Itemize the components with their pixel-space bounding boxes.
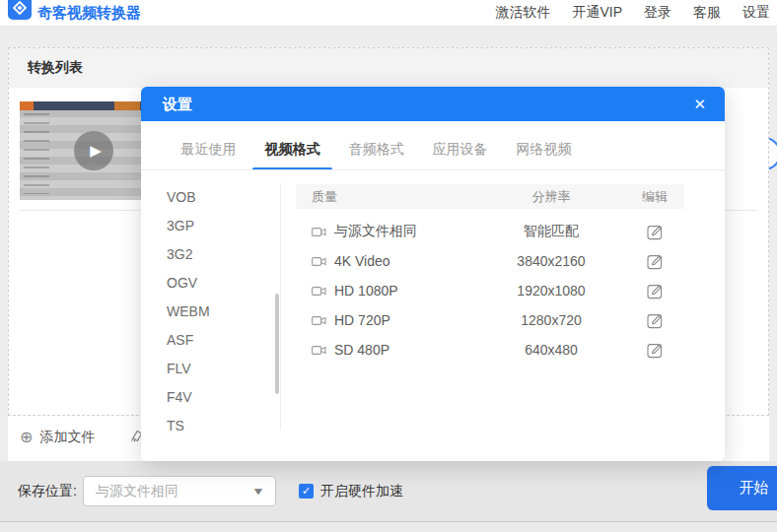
resolution-value: 智能匹配 xyxy=(477,223,625,240)
col-edit: 编辑 xyxy=(625,188,684,206)
menu-item-activate[interactable]: 激活软件 xyxy=(495,4,550,22)
table-row[interactable]: 4K Video 3840x2160 xyxy=(296,246,684,276)
format-list: VOB 3GP 3G2 OGV WEBM ASF FLV F4V TS xyxy=(141,183,279,440)
format-item-ogv[interactable]: OGV xyxy=(141,269,279,298)
save-location-label: 保存位置: xyxy=(18,461,77,521)
tab-video-format[interactable]: 视频格式 xyxy=(250,134,334,170)
quality-label: 4K Video xyxy=(334,253,390,269)
quality-label: SD 480P xyxy=(334,342,389,358)
tabs-divider xyxy=(141,169,725,170)
format-item-3g2[interactable]: 3G2 xyxy=(141,240,279,269)
tab-audio-format[interactable]: 音频格式 xyxy=(334,134,418,170)
quality-table: 质量 分辨率 编辑 与源文件相同 智能匹配 xyxy=(296,184,684,365)
menu-item-settings[interactable]: 设置 xyxy=(742,4,770,22)
save-location-select[interactable]: 与源文件相同 ▼ xyxy=(83,476,276,506)
table-row[interactable]: HD 1080P 1920x1080 xyxy=(296,276,684,305)
save-location-value: 与源文件相同 xyxy=(96,483,253,500)
resolution-value: 1280x720 xyxy=(477,312,625,328)
vertical-divider xyxy=(280,183,281,430)
format-item-webm[interactable]: WEBM xyxy=(141,298,279,326)
tab-recently-used[interactable]: 最近使用 xyxy=(167,134,250,170)
menu-item-support[interactable]: 客服 xyxy=(693,4,721,22)
quality-label: HD 720P xyxy=(334,312,390,328)
table-row[interactable]: HD 720P 1280x720 xyxy=(296,305,684,335)
hardware-accel-label: 开启硬件加速 xyxy=(320,461,403,521)
menu-item-login[interactable]: 登录 xyxy=(644,4,671,22)
close-icon[interactable]: ✕ xyxy=(693,87,706,121)
edit-icon[interactable] xyxy=(647,253,664,270)
add-file-button[interactable]: ⊕ 添加文件 xyxy=(20,429,95,446)
format-list-scrollbar[interactable] xyxy=(275,294,279,394)
chevron-down-icon: ▼ xyxy=(251,486,265,497)
format-item-ts[interactable]: TS xyxy=(141,412,279,440)
app-title: 奇客视频转换器 xyxy=(37,0,141,26)
format-item-3gp[interactable]: 3GP xyxy=(141,212,279,240)
edit-icon[interactable] xyxy=(647,224,664,240)
bottom-bar: 保存位置: 与源文件相同 ▼ ✓ 开启硬件加速 开始 xyxy=(0,461,777,521)
play-icon[interactable]: ▶ xyxy=(74,131,113,170)
checkmark-icon: ✓ xyxy=(302,486,311,497)
panel-header: 转换列表 xyxy=(9,48,768,88)
table-rows: 与源文件相同 智能匹配 4K Video 3840x2160 xyxy=(296,217,684,365)
video-camera-icon xyxy=(312,314,326,327)
quality-label: 与源文件相同 xyxy=(334,223,417,240)
tab-web-video[interactable]: 网络视频 xyxy=(502,134,586,170)
dialog-title: 设置 xyxy=(163,87,192,121)
panel-title: 转换列表 xyxy=(28,59,83,77)
window-bottom-strip xyxy=(0,521,777,532)
edit-icon[interactable] xyxy=(647,283,664,299)
col-resolution: 分辨率 xyxy=(477,188,625,206)
table-row[interactable]: SD 480P 640x480 xyxy=(296,335,684,365)
video-camera-icon xyxy=(312,285,326,298)
start-convert-button[interactable]: 开始 xyxy=(707,466,777,510)
settings-dialog: 设置 ✕ 最近使用 视频格式 音频格式 应用设备 网络视频 VOB 3GP 3G… xyxy=(141,87,725,461)
format-item-vob[interactable]: VOB xyxy=(141,183,279,212)
dialog-header: 设置 ✕ xyxy=(141,87,725,121)
col-quality: 质量 xyxy=(296,188,477,206)
video-camera-icon xyxy=(312,226,326,238)
edit-icon[interactable] xyxy=(647,312,664,329)
video-camera-icon xyxy=(312,344,326,357)
format-item-f4v[interactable]: F4V xyxy=(141,383,279,412)
app-logo-icon xyxy=(8,0,32,20)
resolution-value: 1920x1080 xyxy=(477,283,625,299)
edit-icon[interactable] xyxy=(647,342,664,359)
tab-device[interactable]: 应用设备 xyxy=(418,134,502,170)
hardware-accel-checkbox[interactable]: ✓ xyxy=(299,484,314,499)
video-camera-icon xyxy=(312,255,326,268)
titlebar: 奇客视频转换器 激活软件 开通VIP 登录 客服 设置 xyxy=(0,0,777,27)
top-menu: 激活软件 开通VIP 登录 客服 设置 xyxy=(495,0,770,26)
menu-item-vip[interactable]: 开通VIP xyxy=(572,4,622,22)
format-item-flv[interactable]: FLV xyxy=(141,355,279,383)
thumbnail-texture xyxy=(24,113,49,194)
resolution-value: 640x480 xyxy=(477,342,625,358)
add-file-label: 添加文件 xyxy=(39,429,95,446)
dialog-tabs: 最近使用 视频格式 音频格式 应用设备 网络视频 xyxy=(167,134,725,170)
table-row[interactable]: 与源文件相同 智能匹配 xyxy=(296,217,684,246)
format-item-asf[interactable]: ASF xyxy=(141,326,279,355)
resolution-value: 3840x2160 xyxy=(477,253,625,269)
quality-label: HD 1080P xyxy=(334,283,398,299)
table-header: 质量 分辨率 编辑 xyxy=(296,184,684,209)
plus-circle-icon: ⊕ xyxy=(20,430,33,445)
